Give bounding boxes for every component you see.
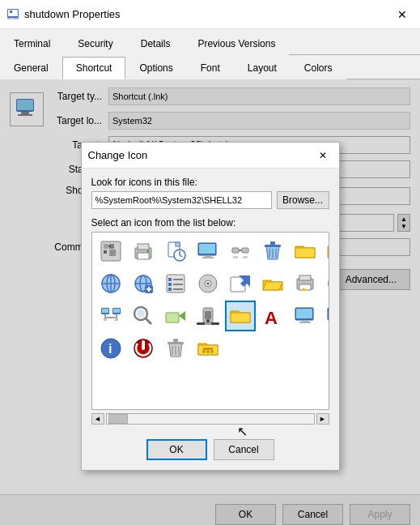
svg-rect-107: [173, 339, 178, 342]
svg-rect-67: [302, 288, 305, 291]
tab-layout[interactable]: Layout: [234, 57, 291, 79]
tab-options[interactable]: Options: [125, 57, 186, 79]
dialog-close-button[interactable]: ✕: [313, 147, 333, 164]
file-path-row: Browse...: [91, 191, 329, 209]
main-content: Target ty... Shortcut (.lnk) Target lo..…: [0, 79, 420, 525]
icon-cell-folder-1[interactable]: [290, 236, 320, 267]
icon-cell-monitor-blue[interactable]: [193, 236, 223, 267]
icon-cell-network-cable[interactable]: [225, 236, 256, 267]
icon-cell-recycle-bin2[interactable]: [160, 333, 191, 364]
svg-rect-33: [265, 245, 281, 247]
svg-point-18: [146, 250, 149, 253]
svg-rect-89: [205, 322, 211, 325]
svg-rect-105: [142, 340, 145, 350]
icon-cell-cd-disc[interactable]: [193, 268, 223, 299]
icon-cell-settings-list[interactable]: [160, 268, 191, 299]
svg-rect-10: [104, 244, 108, 249]
svg-rect-87: [205, 311, 211, 319]
svg-point-114: [206, 350, 210, 353]
scroll-right-button[interactable]: ►: [316, 413, 329, 425]
svg-rect-16: [138, 244, 149, 250]
svg-rect-4: [12, 18, 19, 19]
tab-colors[interactable]: Colors: [291, 57, 346, 79]
window-icon: [6, 8, 19, 21]
title-bar: shutdown Properties ✕: [0, 0, 420, 29]
tab-terminal[interactable]: Terminal: [0, 32, 64, 55]
svg-rect-91: [211, 322, 219, 325]
dialog-buttons: OK Cancel: [82, 433, 339, 470]
file-path-input[interactable]: [91, 191, 272, 209]
svg-rect-59: [173, 288, 183, 290]
dialog-cancel-button[interactable]: Cancel: [214, 439, 274, 460]
icon-cell-usb-drive[interactable]: [193, 301, 223, 331]
scroll-track[interactable]: [106, 413, 315, 425]
svg-line-83: [146, 318, 151, 324]
select-icon-label: Select an icon from the list below:: [91, 217, 329, 228]
svg-rect-55: [173, 279, 183, 280]
icon-cell-letter-a[interactable]: A: [257, 301, 288, 331]
tab-details[interactable]: Details: [127, 32, 185, 55]
close-button[interactable]: ✕: [391, 3, 414, 26]
svg-rect-54: [168, 278, 172, 281]
icon-cell-tools[interactable]: [193, 333, 223, 364]
icon-cell-folder-selected[interactable]: [225, 301, 256, 331]
tab-security[interactable]: Security: [64, 32, 126, 55]
icon-cell-shortcut-arrow[interactable]: [225, 268, 256, 299]
icon-cell-printer-cart[interactable]: [290, 268, 320, 299]
svg-rect-97: [299, 322, 311, 323]
svg-rect-28: [232, 248, 239, 253]
scroll-left-button[interactable]: ◄: [91, 413, 104, 425]
icon-cell-clock-doc[interactable]: [160, 236, 191, 267]
icon-cell-monitor-screen2[interactable]: [322, 301, 329, 331]
icon-scrollbar: ◄ ►: [91, 413, 329, 425]
dialog-body: Look for icons in this file: Browse... S…: [82, 169, 339, 433]
svg-point-62: [206, 283, 209, 285]
svg-rect-17: [138, 253, 149, 259]
icon-cell-globe-ie[interactable]: [95, 268, 126, 299]
icon-cell-circuit[interactable]: [95, 236, 126, 267]
svg-rect-58: [168, 288, 172, 291]
svg-text:i: i: [108, 342, 112, 356]
scroll-thumb[interactable]: [108, 414, 128, 424]
svg-rect-26: [205, 255, 211, 257]
main-window: shutdown Properties ✕ Terminal Security …: [0, 0, 420, 525]
icon-cell-import-arrow[interactable]: [160, 301, 191, 331]
svg-rect-34: [270, 241, 275, 245]
icon-cell-monitor-screen[interactable]: [290, 301, 320, 331]
icon-cell-power-red[interactable]: [128, 333, 159, 364]
svg-rect-27: [202, 257, 214, 258]
icon-cell-folder-open[interactable]: [257, 268, 288, 299]
svg-rect-80: [115, 318, 118, 321]
icon-cell-info-circle[interactable]: i: [95, 333, 126, 364]
icon-cell-recycle-bin[interactable]: [257, 236, 288, 267]
svg-rect-31: [233, 256, 238, 258]
tab-shortcut[interactable]: Shortcut: [62, 57, 126, 79]
svg-rect-73: [102, 309, 108, 313]
svg-rect-38: [295, 248, 315, 258]
icon-cell-grid-list[interactable]: [322, 236, 329, 267]
svg-rect-20: [176, 242, 180, 246]
svg-rect-56: [168, 283, 172, 286]
svg-rect-75: [113, 309, 120, 313]
svg-rect-92: [231, 313, 250, 322]
icon-cell-search[interactable]: [128, 301, 159, 331]
browse-button[interactable]: Browse...: [277, 191, 329, 209]
tab-row-1: Terminal Security Details Previous Versi…: [0, 29, 420, 55]
icon-cell-printer[interactable]: [128, 236, 159, 267]
icon-cell-network-pcs[interactable]: [95, 301, 126, 331]
look-for-label: Look for icons in this file:: [91, 177, 329, 188]
svg-rect-1: [8, 10, 18, 16]
svg-rect-32: [243, 256, 248, 258]
tab-general[interactable]: General: [0, 57, 62, 79]
tab-font[interactable]: Font: [187, 57, 234, 79]
tab-previous-versions[interactable]: Previous Versions: [184, 32, 289, 55]
svg-rect-29: [242, 248, 248, 253]
icon-cell-network-globe[interactable]: [128, 268, 159, 299]
svg-point-68: [329, 275, 329, 292]
dialog-ok-button[interactable]: OK: [146, 439, 207, 460]
tab-row-2: General Shortcut Options Font Layout Col…: [0, 55, 420, 79]
svg-rect-96: [302, 320, 308, 322]
svg-rect-3: [7, 18, 11, 19]
svg-rect-84: [166, 313, 179, 322]
icon-cell-globe2[interactable]: [322, 268, 329, 299]
